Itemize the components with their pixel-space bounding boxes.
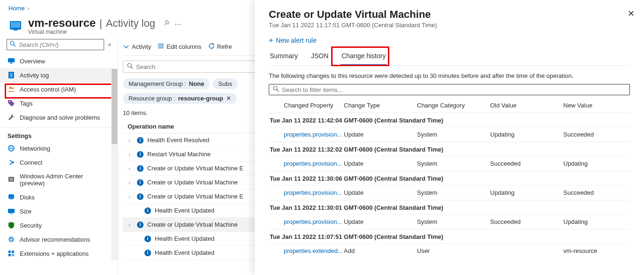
sidebar-item-diagnose-and-solve-problems[interactable]: Diagnose and solve problems: [0, 110, 116, 124]
sidebar-item-advisor-recommendations[interactable]: Advisor recommendations: [0, 232, 116, 246]
changed-property-link[interactable]: properties.provision...: [284, 131, 342, 138]
changed-property-link[interactable]: properties.extended...: [284, 247, 343, 254]
table-row[interactable]: properties.provision...UpdateSystemSucce…: [269, 156, 630, 171]
filter-pill-mg[interactable]: Management Group : None: [123, 78, 210, 89]
sidebar-item-windows-admin-center-preview-[interactable]: Windows Admin Center (preview): [0, 169, 116, 190]
sidebar: « OverviewActivity logAccess control (IA…: [0, 39, 118, 275]
col-new-value[interactable]: New Value: [563, 102, 629, 109]
col-change-type[interactable]: Change Type: [344, 102, 417, 109]
table-row[interactable]: properties.extended...AddUservm-resource: [269, 243, 630, 258]
svg-point-17: [12, 161, 14, 163]
change-category: System: [417, 160, 490, 167]
changed-property-link[interactable]: properties.provision...: [284, 218, 342, 225]
sidebar-item-disks[interactable]: Disks: [0, 190, 116, 204]
sidebar-item-extensions-applications[interactable]: Extensions + applications: [0, 246, 116, 260]
chevron-right-icon: ›: [126, 180, 133, 185]
filter-box[interactable]: [269, 84, 630, 95]
search-icon: [10, 41, 16, 48]
change-type: Update: [344, 160, 417, 167]
col-changed-property[interactable]: Changed Property: [270, 102, 344, 109]
changed-property-link[interactable]: properties.provision...: [284, 189, 342, 196]
filter-pill-subs[interactable]: Subs: [212, 78, 238, 89]
panel-timestamp: Tue Jan 11 2022 11:17:51 GMT-0600 (Centr…: [269, 22, 630, 29]
sidebar-item-overview[interactable]: Overview: [0, 54, 116, 68]
table-row[interactable]: properties.provision...UpdateSystemUpdat…: [269, 185, 630, 200]
sidebar-item-networking[interactable]: Networking: [0, 141, 116, 155]
svg-point-13: [9, 101, 10, 102]
columns-icon: [158, 43, 164, 50]
info-icon: i: [144, 250, 151, 256]
collapse-sidebar-icon[interactable]: «: [108, 41, 111, 48]
table-row[interactable]: properties.provision...UpdateSystemUpdat…: [269, 127, 630, 142]
sidebar-item-tags[interactable]: Tags: [0, 96, 116, 110]
filter-input[interactable]: [282, 86, 626, 93]
sidebar-item-security[interactable]: Security: [0, 218, 116, 232]
remove-filter-icon[interactable]: ✕: [226, 95, 231, 102]
nav-list: OverviewActivity logAccess control (IAM)…: [0, 54, 118, 124]
panel-description: The following changes to this resource w…: [269, 66, 630, 84]
more-icon[interactable]: ⋯: [174, 20, 182, 28]
svg-line-4: [14, 45, 15, 46]
svg-rect-19: [9, 178, 13, 181]
log-icon: [8, 71, 15, 79]
svg-point-21: [8, 197, 14, 199]
wrench-icon: [8, 114, 15, 121]
sidebar-item-label: Tags: [20, 100, 32, 107]
operation-label: Health Event Updated: [155, 249, 214, 256]
search-icon: [127, 63, 133, 70]
page-subtitle: Virtual machine: [28, 29, 182, 35]
svg-rect-26: [12, 251, 14, 253]
svg-point-34: [273, 86, 277, 90]
tab-json[interactable]: JSON: [310, 49, 329, 65]
sidebar-item-activity-log[interactable]: Activity log: [0, 68, 116, 82]
info-icon: i: [137, 179, 144, 186]
tag-icon: [8, 99, 15, 107]
new-value: Succeeded: [563, 131, 629, 138]
pin-icon[interactable]: [163, 20, 170, 28]
svg-rect-28: [12, 254, 14, 256]
change-type: Update: [344, 189, 417, 196]
change-type: Add: [344, 247, 417, 254]
sidebar-item-label: Networking: [20, 145, 50, 152]
old-value: Succeeded: [490, 160, 563, 167]
svg-line-35: [277, 90, 279, 92]
changed-property-link[interactable]: properties.provision...: [284, 160, 342, 167]
sidebar-search-input[interactable]: [19, 41, 101, 48]
svg-point-32: [128, 63, 131, 67]
page-section: Activity log: [106, 17, 155, 30]
filter-pill-rg[interactable]: Resource group : resource-group ✕: [123, 93, 237, 104]
col-change-category[interactable]: Change Category: [417, 102, 490, 109]
sidebar-item-connect[interactable]: Connect: [0, 155, 116, 169]
activity-dropdown[interactable]: Activity: [123, 43, 151, 50]
shield-icon: [8, 222, 15, 229]
sidebar-scrollbar[interactable]: [111, 69, 118, 260]
svg-rect-6: [10, 63, 12, 64]
close-panel-button[interactable]: ✕: [628, 8, 635, 19]
change-group-header: Tue Jan 11 2022 11:30:01 GMT-0600 (Centr…: [269, 200, 630, 214]
search-icon: [273, 86, 279, 93]
operation-label: Health Event Updated: [155, 207, 214, 214]
new-alert-rule-button[interactable]: + New alert rule: [269, 36, 317, 45]
monitor-icon: [8, 57, 15, 65]
edit-columns-button[interactable]: Edit columns: [158, 43, 201, 50]
advisor-icon: [8, 236, 15, 243]
panel-title: Create or Update Virtual Machine: [269, 8, 630, 21]
table-row[interactable]: properties.provision...UpdateSystemSucce…: [269, 214, 630, 229]
operation-label: Create or Update Virtual Machine E: [147, 193, 243, 200]
sidebar-item-size[interactable]: Size: [0, 204, 116, 218]
change-group-header: Tue Jan 11 2022 11:32:02 GMT-0600 (Centr…: [269, 142, 630, 156]
info-icon: i: [144, 236, 151, 242]
sidebar-item-label: Extensions + applications: [20, 250, 89, 257]
old-value: [490, 247, 563, 254]
tab-change-history[interactable]: Change history: [341, 49, 386, 66]
sidebar-search[interactable]: [7, 39, 104, 50]
sidebar-item-access-control-iam-[interactable]: Access control (IAM): [0, 82, 116, 96]
col-old-value[interactable]: Old Value: [490, 102, 563, 109]
refresh-button[interactable]: Refre: [208, 43, 232, 51]
people-icon: [8, 85, 15, 93]
tab-summary[interactable]: Summary: [269, 49, 299, 65]
sidebar-item-label: Advisor recommendations: [20, 236, 90, 243]
breadcrumb-home[interactable]: Home: [8, 5, 25, 12]
change-group-header: Tue Jan 11 2022 11:07:51 GMT-0600 (Centr…: [269, 229, 630, 243]
operation-label: Health Event Updated: [155, 235, 214, 242]
